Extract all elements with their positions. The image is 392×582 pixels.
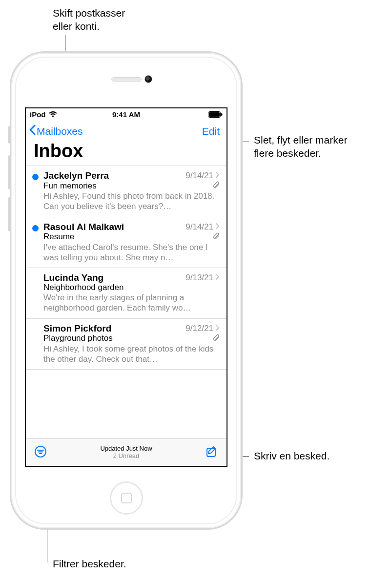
- chevron-left-icon: [29, 125, 36, 138]
- subject: Fun memories: [43, 181, 97, 191]
- sender: Jackelyn Perra: [43, 170, 109, 181]
- status-bar: iPod 9:41 AM: [26, 108, 227, 119]
- back-mailboxes-button[interactable]: Mailboxes: [29, 125, 83, 138]
- sender: Rasoul Al Malkawi: [43, 222, 124, 232]
- date: 9/13/21: [186, 273, 220, 283]
- message-list[interactable]: Jackelyn Perra 9/14/21 Fun memories Hi A…: [26, 166, 227, 370]
- message-row[interactable]: Lucinda Yang 9/13/21 Neighborhood garden…: [26, 268, 227, 319]
- message-row[interactable]: Rasoul Al Malkawi 9/14/21 Resume I've at…: [26, 217, 227, 269]
- sender: Simon Pickford: [43, 323, 111, 334]
- message-row[interactable]: Simon Pickford 9/12/21 Playground photos…: [26, 319, 227, 370]
- front-camera: [144, 75, 152, 83]
- home-button[interactable]: [110, 481, 143, 515]
- toolbar-status: Updated Just Now 2 Unread: [100, 445, 152, 460]
- message-row[interactable]: Jackelyn Perra 9/14/21 Fun memories Hi A…: [26, 166, 227, 217]
- status-label: Updated Just Now: [100, 445, 152, 453]
- paperclip-icon: [213, 181, 220, 191]
- subject: Playground photos: [43, 333, 113, 343]
- filter-button[interactable]: [34, 445, 47, 460]
- clock: 9:41 AM: [26, 110, 227, 119]
- chevron-right-icon: [215, 171, 220, 181]
- preview: Hi Ashley, Found this photo from back in…: [43, 191, 220, 212]
- ipod-device-frame: iPod 9:41 AM Mailboxes Edit Inbo: [10, 51, 243, 530]
- paperclip-icon: [213, 232, 220, 242]
- screen: iPod 9:41 AM Mailboxes Edit Inbo: [25, 107, 227, 467]
- unread-dot-icon: [32, 174, 39, 180]
- unread-count: 2 Unread: [100, 453, 152, 460]
- back-label: Mailboxes: [37, 125, 83, 137]
- subject: Resume: [43, 232, 74, 242]
- earpiece: [111, 77, 142, 82]
- preview: Hi Ashley, I took some great photos of t…: [43, 344, 220, 365]
- chevron-right-icon: [215, 222, 220, 232]
- date: 9/14/21: [186, 222, 220, 232]
- unread-dot-icon: [32, 225, 39, 231]
- sender: Lucinda Yang: [43, 272, 103, 283]
- compose-button[interactable]: [205, 445, 219, 460]
- edit-button[interactable]: Edit: [202, 125, 220, 137]
- page-title: Inbox: [26, 140, 227, 166]
- callout-filter: Filtrer beskeder.: [53, 558, 126, 571]
- nav-bar: Mailboxes Edit: [26, 119, 227, 140]
- subject: Neighborhood garden: [43, 283, 124, 292]
- callout-compose: Skriv en besked.: [254, 450, 330, 463]
- preview: I've attached Carol's resume. She's the …: [43, 242, 220, 263]
- callout-edit: Slet, flyt eller marker flere beskeder.: [254, 134, 347, 160]
- date: 9/14/21: [186, 171, 220, 181]
- paperclip-icon: [213, 334, 220, 344]
- date: 9/12/21: [186, 324, 220, 333]
- chevron-right-icon: [215, 273, 220, 283]
- chevron-right-icon: [215, 324, 220, 333]
- preview: We're in the early stages of planning a …: [43, 292, 220, 313]
- callout-mailboxes: Skift postkasser eller konti.: [53, 7, 125, 33]
- toolbar: Updated Just Now 2 Unread: [26, 438, 227, 466]
